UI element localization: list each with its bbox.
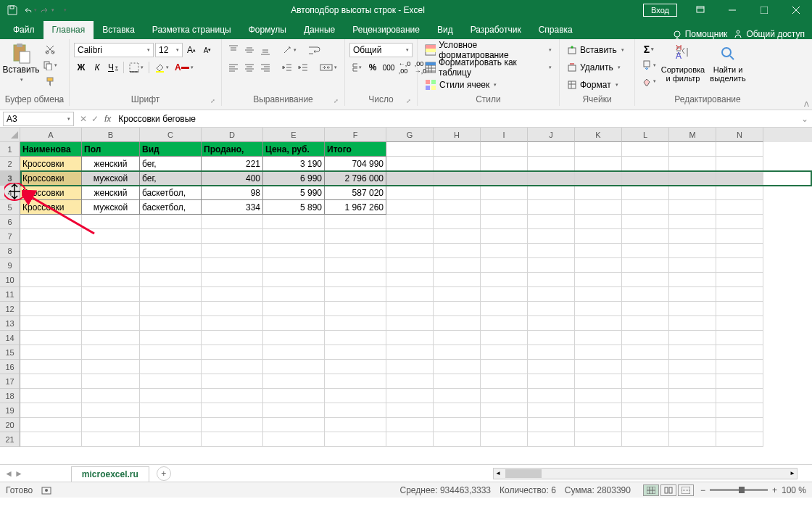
sheet-nav-prev-icon[interactable]: ◄ <box>4 469 13 479</box>
horizontal-scrollbar[interactable]: ◄► <box>493 468 798 479</box>
cell[interactable] <box>386 229 434 244</box>
comma-icon[interactable]: 000 <box>381 60 396 75</box>
cell[interactable] <box>386 403 434 418</box>
cell[interactable] <box>669 244 716 258</box>
cell[interactable] <box>82 360 140 374</box>
tab-insert[interactable]: Вставка <box>94 21 144 39</box>
cell[interactable]: Итого <box>325 142 386 157</box>
cell[interactable] <box>82 432 140 447</box>
cell[interactable] <box>202 374 263 389</box>
cell[interactable] <box>528 142 575 157</box>
cell[interactable] <box>575 389 622 403</box>
column-header[interactable]: D <box>202 128 263 142</box>
format-painter-icon[interactable] <box>41 74 59 88</box>
row-header[interactable]: 9 <box>0 258 20 273</box>
cell[interactable] <box>528 258 575 273</box>
cell[interactable] <box>622 302 669 316</box>
cell[interactable] <box>528 273 575 287</box>
cell[interactable] <box>669 142 716 157</box>
row-header[interactable]: 21 <box>0 432 20 447</box>
cell[interactable] <box>82 287 140 302</box>
cell[interactable] <box>622 418 669 432</box>
cell[interactable] <box>716 273 763 287</box>
cell[interactable]: 98 <box>202 186 263 200</box>
cell[interactable] <box>481 142 528 157</box>
zoom-level[interactable]: 100 % <box>782 485 806 495</box>
insert-cells-button[interactable]: Вставить▾ <box>564 42 627 58</box>
cell[interactable] <box>434 200 481 215</box>
cell[interactable] <box>434 287 481 302</box>
cell[interactable] <box>386 171 434 186</box>
cell[interactable] <box>140 360 202 374</box>
cell[interactable] <box>716 229 763 244</box>
cell[interactable] <box>481 432 528 447</box>
cell[interactable] <box>202 287 263 302</box>
cell[interactable]: 400 <box>202 171 263 186</box>
cell[interactable] <box>20 258 82 273</box>
cell[interactable] <box>716 432 763 447</box>
cell[interactable]: Пол <box>82 142 140 157</box>
cell[interactable] <box>481 171 528 186</box>
cell[interactable] <box>716 171 763 186</box>
cell[interactable] <box>140 244 202 258</box>
column-header[interactable]: N <box>716 128 763 142</box>
cell[interactable] <box>669 302 716 316</box>
cell[interactable] <box>575 171 622 186</box>
clear-icon[interactable]: ▾ <box>639 74 658 88</box>
cell[interactable] <box>20 302 82 316</box>
cell[interactable] <box>386 273 434 287</box>
row-header[interactable]: 7 <box>0 229 20 244</box>
cell[interactable] <box>716 142 763 157</box>
cell[interactable] <box>434 403 481 418</box>
cell[interactable] <box>386 389 434 403</box>
cell[interactable] <box>622 360 669 374</box>
select-all-corner[interactable] <box>0 128 20 142</box>
number-format-combo[interactable]: Общий▾ <box>349 43 413 57</box>
cell[interactable] <box>202 389 263 403</box>
align-bottom-icon[interactable] <box>258 43 273 57</box>
save-icon[interactable] <box>4 2 20 18</box>
row-header[interactable]: 6 <box>0 215 20 229</box>
cell[interactable] <box>669 157 716 171</box>
align-left-icon[interactable] <box>226 60 241 75</box>
cell[interactable] <box>434 273 481 287</box>
cell[interactable] <box>481 157 528 171</box>
align-middle-icon[interactable] <box>242 43 257 57</box>
cell[interactable] <box>82 302 140 316</box>
column-header[interactable]: B <box>82 128 140 142</box>
cell[interactable] <box>202 331 263 345</box>
align-top-icon[interactable] <box>226 43 241 57</box>
macro-record-icon[interactable] <box>41 485 51 495</box>
cell[interactable] <box>140 403 202 418</box>
cell[interactable] <box>481 360 528 374</box>
cell[interactable] <box>481 389 528 403</box>
cell[interactable] <box>434 389 481 403</box>
cell[interactable] <box>716 302 763 316</box>
cell[interactable] <box>263 273 325 287</box>
increase-decimal-icon[interactable]: ←,0,00 <box>397 60 412 75</box>
cell[interactable] <box>434 171 481 186</box>
row-header[interactable]: 13 <box>0 316 20 331</box>
sort-filter-button[interactable]: ЯА Сортировка и фильтр <box>661 42 705 83</box>
cell[interactable] <box>716 200 763 215</box>
cell[interactable] <box>82 215 140 229</box>
cell[interactable] <box>263 316 325 331</box>
cell[interactable]: 2 796 000 <box>325 171 386 186</box>
cell[interactable] <box>528 171 575 186</box>
row-header[interactable]: 14 <box>0 331 20 345</box>
cell[interactable]: бег, <box>140 157 202 171</box>
tab-formulas[interactable]: Формулы <box>240 21 295 39</box>
maximize-button[interactable] <box>748 0 780 20</box>
cell[interactable] <box>716 244 763 258</box>
cell[interactable] <box>716 215 763 229</box>
cell[interactable] <box>202 229 263 244</box>
cell[interactable] <box>386 287 434 302</box>
cell[interactable]: 6 990 <box>263 171 325 186</box>
cell[interactable] <box>325 418 386 432</box>
align-center-icon[interactable] <box>242 60 257 75</box>
row-header[interactable]: 11 <box>0 287 20 302</box>
cell[interactable] <box>140 345 202 360</box>
cell[interactable] <box>82 418 140 432</box>
cell[interactable] <box>202 432 263 447</box>
cell[interactable] <box>140 258 202 273</box>
